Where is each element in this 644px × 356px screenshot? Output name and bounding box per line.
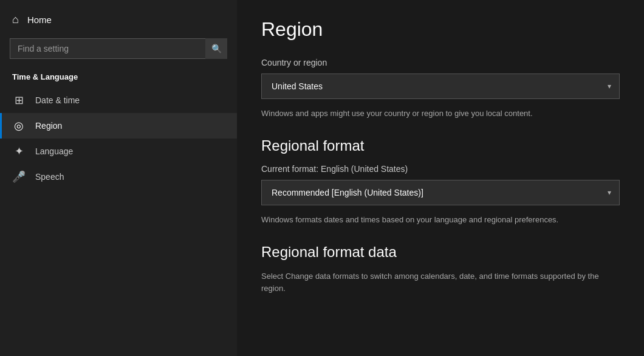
search-container: 🔍 [10, 38, 227, 59]
sidebar-item-region[interactable]: ◎ Region [0, 113, 237, 139]
search-input[interactable] [10, 38, 227, 59]
date-time-icon: ⊞ [12, 94, 26, 107]
sidebar-item-label: Language [35, 146, 73, 156]
format-dropdown[interactable]: Recommended [English (United States)] [261, 180, 620, 205]
format-dropdown-wrapper: Recommended [English (United States)] ▾ [261, 180, 620, 205]
country-section: Country or region United States ▾ Window… [261, 58, 620, 120]
country-description: Windows and apps might use your country … [261, 108, 620, 120]
home-label: Home [27, 15, 52, 25]
home-button[interactable]: ⌂ Home [0, 6, 237, 33]
sidebar-item-label: Date & time [35, 95, 80, 105]
sidebar-item-language[interactable]: ✦ Language [0, 139, 237, 164]
region-icon: ◎ [12, 119, 26, 132]
current-format-label: Current format: English (United States) [261, 164, 620, 174]
speech-icon: 🎤 [12, 170, 26, 183]
country-dropdown[interactable]: United States [261, 74, 620, 99]
regional-format-heading: Regional format [261, 137, 620, 154]
regional-format-data-heading: Regional format data [261, 244, 620, 261]
regional-format-data-section: Regional format data Select Change data … [261, 244, 620, 296]
regional-format-data-description: Select Change data formats to switch amo… [261, 270, 620, 296]
sidebar-item-speech[interactable]: 🎤 Speech [0, 164, 237, 190]
sidebar-item-date-time[interactable]: ⊞ Date & time [0, 87, 237, 113]
format-description: Windows formats dates and times based on… [261, 214, 620, 227]
country-dropdown-wrapper: United States ▾ [261, 74, 620, 99]
regional-format-section: Regional format Current format: English … [261, 137, 620, 227]
sidebar-item-label: Speech [35, 172, 64, 182]
sidebar-section-title: Time & Language [0, 69, 237, 87]
search-icon: 🔍 [211, 44, 222, 53]
main-content: Region Country or region United States ▾… [237, 0, 644, 356]
search-button[interactable]: 🔍 [205, 38, 227, 59]
page-title: Region [261, 18, 620, 41]
country-label: Country or region [261, 58, 620, 67]
home-icon: ⌂ [12, 13, 19, 26]
sidebar-item-label: Region [35, 121, 62, 131]
language-icon: ✦ [12, 145, 26, 158]
sidebar: ⌂ Home 🔍 Time & Language ⊞ Date & time ◎… [0, 0, 237, 356]
